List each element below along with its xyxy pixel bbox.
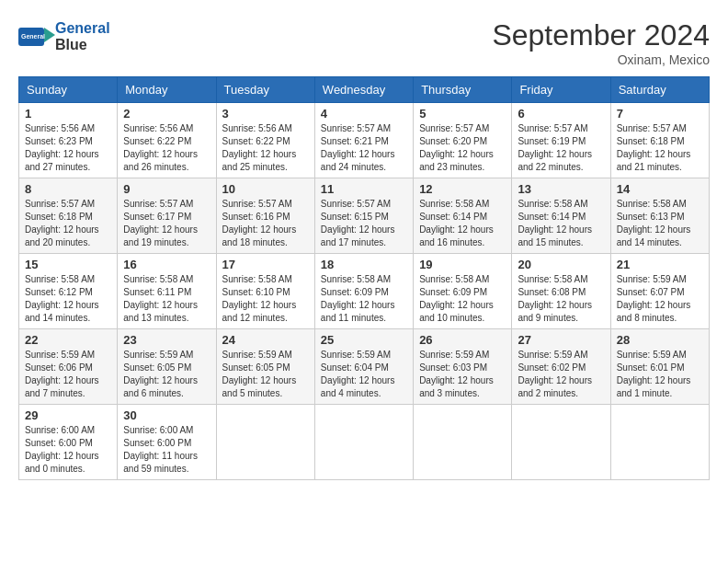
day-number: 14: [617, 182, 703, 196]
day-info: Sunrise: 5:57 AM Sunset: 6:15 PM Dayligh…: [321, 198, 407, 249]
calendar-cell: 14Sunrise: 5:58 AM Sunset: 6:13 PM Dayli…: [610, 178, 709, 254]
day-number: 4: [321, 107, 407, 121]
day-number: 8: [25, 182, 111, 196]
calendar-cell: 23Sunrise: 5:59 AM Sunset: 6:05 PM Dayli…: [118, 329, 216, 405]
weekday-header: Tuesday: [216, 77, 314, 103]
day-info: Sunrise: 5:58 AM Sunset: 6:12 PM Dayligh…: [25, 273, 111, 325]
day-info: Sunrise: 6:00 AM Sunset: 6:00 PM Dayligh…: [25, 424, 111, 476]
calendar-cell: [414, 405, 512, 480]
day-info: Sunrise: 5:58 AM Sunset: 6:10 PM Dayligh…: [222, 273, 309, 325]
calendar-cell: 8Sunrise: 5:57 AM Sunset: 6:18 PM Daylig…: [19, 178, 118, 254]
calendar-cell: 12Sunrise: 5:58 AM Sunset: 6:14 PM Dayli…: [414, 178, 512, 254]
calendar-cell: 30Sunrise: 6:00 AM Sunset: 6:00 PM Dayli…: [118, 405, 216, 480]
logo: General GeneralBlue: [18, 18, 110, 55]
weekday-header: Sunday: [19, 77, 118, 103]
day-info: Sunrise: 5:57 AM Sunset: 6:16 PM Dayligh…: [222, 198, 309, 249]
day-info: Sunrise: 5:59 AM Sunset: 6:07 PM Dayligh…: [617, 273, 703, 325]
day-number: 19: [419, 258, 506, 271]
calendar-cell: 17Sunrise: 5:58 AM Sunset: 6:10 PM Dayli…: [216, 254, 314, 329]
calendar-cell: 20Sunrise: 5:58 AM Sunset: 6:08 PM Dayli…: [512, 254, 610, 329]
calendar-cell: 19Sunrise: 5:58 AM Sunset: 6:09 PM Dayli…: [414, 254, 512, 329]
calendar-week-row: 15Sunrise: 5:58 AM Sunset: 6:12 PM Dayli…: [19, 254, 710, 329]
calendar-cell: 13Sunrise: 5:58 AM Sunset: 6:14 PM Dayli…: [512, 178, 610, 254]
calendar-cell: 1Sunrise: 5:56 AM Sunset: 6:23 PM Daylig…: [19, 103, 118, 178]
day-number: 28: [617, 333, 703, 347]
day-number: 16: [123, 258, 210, 271]
calendar-cell: 18Sunrise: 5:58 AM Sunset: 6:09 PM Dayli…: [314, 254, 413, 329]
day-info: Sunrise: 6:00 AM Sunset: 6:00 PM Dayligh…: [123, 424, 210, 476]
calendar-cell: 27Sunrise: 5:59 AM Sunset: 6:02 PM Dayli…: [512, 329, 610, 405]
day-info: Sunrise: 5:59 AM Sunset: 6:01 PM Dayligh…: [617, 349, 703, 400]
month-title: September 2024: [492, 18, 710, 52]
day-number: 24: [222, 333, 309, 347]
page-header: General GeneralBlue September 2024 Oxina…: [18, 18, 710, 67]
logo-svg: General: [18, 18, 55, 55]
calendar-cell: [314, 405, 413, 480]
day-number: 20: [518, 258, 604, 271]
day-info: Sunrise: 5:57 AM Sunset: 6:19 PM Dayligh…: [518, 122, 604, 174]
day-number: 10: [222, 182, 309, 196]
weekday-header-row: SundayMondayTuesdayWednesdayThursdayFrid…: [19, 77, 710, 103]
calendar-cell: 22Sunrise: 5:59 AM Sunset: 6:06 PM Dayli…: [19, 329, 118, 405]
svg-text:General: General: [21, 33, 45, 40]
day-info: Sunrise: 5:58 AM Sunset: 6:14 PM Dayligh…: [518, 198, 604, 249]
day-info: Sunrise: 5:56 AM Sunset: 6:22 PM Dayligh…: [222, 122, 309, 174]
calendar-cell: 6Sunrise: 5:57 AM Sunset: 6:19 PM Daylig…: [512, 103, 610, 178]
calendar-cell: 28Sunrise: 5:59 AM Sunset: 6:01 PM Dayli…: [610, 329, 709, 405]
weekday-header: Wednesday: [314, 77, 413, 103]
day-number: 15: [25, 258, 111, 271]
calendar-week-row: 8Sunrise: 5:57 AM Sunset: 6:18 PM Daylig…: [19, 178, 710, 254]
day-number: 23: [123, 333, 210, 347]
day-number: 22: [25, 333, 111, 347]
day-number: 29: [25, 408, 111, 422]
day-number: 18: [321, 258, 407, 271]
day-number: 5: [419, 107, 506, 121]
day-number: 2: [123, 107, 210, 121]
calendar-cell: 29Sunrise: 6:00 AM Sunset: 6:00 PM Dayli…: [19, 405, 118, 480]
day-info: Sunrise: 5:56 AM Sunset: 6:23 PM Dayligh…: [25, 122, 111, 174]
day-info: Sunrise: 5:57 AM Sunset: 6:21 PM Dayligh…: [321, 122, 407, 174]
calendar-cell: 26Sunrise: 5:59 AM Sunset: 6:03 PM Dayli…: [414, 329, 512, 405]
calendar-cell: 11Sunrise: 5:57 AM Sunset: 6:15 PM Dayli…: [314, 178, 413, 254]
day-number: 1: [25, 107, 111, 121]
weekday-header: Monday: [118, 77, 216, 103]
day-info: Sunrise: 5:59 AM Sunset: 6:06 PM Dayligh…: [25, 349, 111, 400]
day-info: Sunrise: 5:57 AM Sunset: 6:17 PM Dayligh…: [123, 198, 210, 249]
calendar-table: SundayMondayTuesdayWednesdayThursdayFrid…: [18, 76, 710, 480]
calendar-week-row: 22Sunrise: 5:59 AM Sunset: 6:06 PM Dayli…: [19, 329, 710, 405]
svg-marker-1: [44, 28, 55, 42]
calendar-cell: 3Sunrise: 5:56 AM Sunset: 6:22 PM Daylig…: [216, 103, 314, 178]
day-number: 11: [321, 182, 407, 196]
day-info: Sunrise: 5:58 AM Sunset: 6:08 PM Dayligh…: [518, 273, 604, 325]
weekday-header: Friday: [512, 77, 610, 103]
day-number: 13: [518, 182, 604, 196]
day-number: 9: [123, 182, 210, 196]
day-number: 3: [222, 107, 309, 121]
calendar-cell: 15Sunrise: 5:58 AM Sunset: 6:12 PM Dayli…: [19, 254, 118, 329]
logo-wordmark: GeneralBlue: [55, 20, 110, 53]
weekday-header: Saturday: [610, 77, 709, 103]
day-number: 7: [617, 107, 703, 121]
day-info: Sunrise: 5:57 AM Sunset: 6:18 PM Dayligh…: [617, 122, 703, 174]
day-number: 30: [123, 408, 210, 422]
day-info: Sunrise: 5:56 AM Sunset: 6:22 PM Dayligh…: [123, 122, 210, 174]
day-info: Sunrise: 5:59 AM Sunset: 6:05 PM Dayligh…: [123, 349, 210, 400]
calendar-cell: 4Sunrise: 5:57 AM Sunset: 6:21 PM Daylig…: [314, 103, 413, 178]
calendar-cell: 25Sunrise: 5:59 AM Sunset: 6:04 PM Dayli…: [314, 329, 413, 405]
calendar-cell: 21Sunrise: 5:59 AM Sunset: 6:07 PM Dayli…: [610, 254, 709, 329]
day-info: Sunrise: 5:57 AM Sunset: 6:20 PM Dayligh…: [419, 122, 506, 174]
location: Oxinam, Mexico: [492, 52, 710, 67]
calendar-cell: 7Sunrise: 5:57 AM Sunset: 6:18 PM Daylig…: [610, 103, 709, 178]
calendar-week-row: 1Sunrise: 5:56 AM Sunset: 6:23 PM Daylig…: [19, 103, 710, 178]
day-info: Sunrise: 5:59 AM Sunset: 6:02 PM Dayligh…: [518, 349, 604, 400]
calendar-cell: [610, 405, 709, 480]
calendar-cell: 5Sunrise: 5:57 AM Sunset: 6:20 PM Daylig…: [414, 103, 512, 178]
day-info: Sunrise: 5:59 AM Sunset: 6:04 PM Dayligh…: [321, 349, 407, 400]
day-number: 25: [321, 333, 407, 347]
title-block: September 2024 Oxinam, Mexico: [492, 18, 710, 67]
day-number: 17: [222, 258, 309, 271]
calendar-cell: 9Sunrise: 5:57 AM Sunset: 6:17 PM Daylig…: [118, 178, 216, 254]
day-info: Sunrise: 5:59 AM Sunset: 6:03 PM Dayligh…: [419, 349, 506, 400]
calendar-cell: 2Sunrise: 5:56 AM Sunset: 6:22 PM Daylig…: [118, 103, 216, 178]
calendar-cell: 16Sunrise: 5:58 AM Sunset: 6:11 PM Dayli…: [118, 254, 216, 329]
